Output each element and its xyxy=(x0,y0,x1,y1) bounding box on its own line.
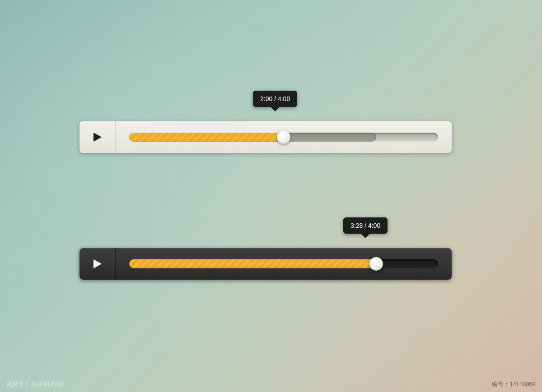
background-texture xyxy=(0,0,542,392)
time-tooltip-light: 2:00 / 4:00 xyxy=(253,91,297,107)
progress-handle[interactable] xyxy=(369,257,383,271)
track-container xyxy=(116,248,452,280)
meta-id-text: 编号：14118068 xyxy=(492,380,536,388)
play-icon xyxy=(93,259,102,268)
time-tooltip-dark: 3:28 / 4:00 xyxy=(343,217,388,234)
progress-bar xyxy=(129,133,284,142)
play-icon xyxy=(93,133,102,142)
progress-handle[interactable] xyxy=(277,130,290,144)
progress-bar xyxy=(129,259,376,268)
watermark-text: 素材天下 SUCAI.COM xyxy=(6,380,65,388)
play-button[interactable] xyxy=(79,248,116,280)
svg-marker-1 xyxy=(93,259,102,268)
progress-track[interactable] xyxy=(129,259,438,268)
track-container xyxy=(116,121,452,153)
audio-player-dark xyxy=(79,248,452,280)
audio-player-light xyxy=(79,121,452,153)
play-button[interactable] xyxy=(79,121,116,153)
progress-track[interactable] xyxy=(129,133,438,142)
svg-marker-0 xyxy=(93,133,102,142)
